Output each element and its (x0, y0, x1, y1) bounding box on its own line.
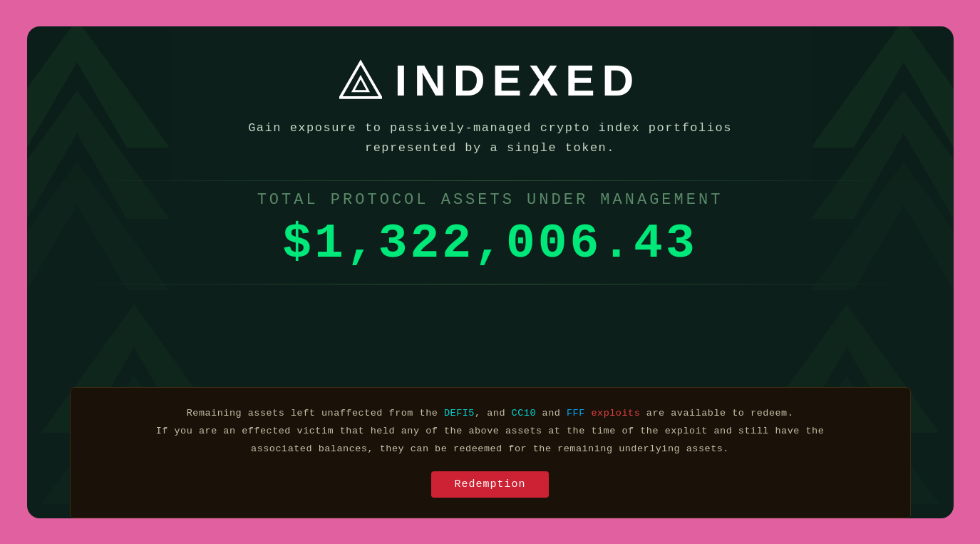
notice-mid2: and (536, 408, 567, 419)
cc10-link[interactable]: CC10 (512, 408, 536, 419)
redemption-button[interactable]: Redemption (431, 471, 548, 498)
notice-box: Remaining assets left unaffected from th… (70, 387, 911, 518)
notice-text: Remaining assets left unaffected from th… (99, 405, 882, 458)
exploits-link[interactable]: exploits (585, 408, 640, 419)
notice-line1-start: Remaining assets left unaffected from th… (187, 408, 444, 419)
aum-label: TOTAL PROTOCOL ASSETS UNDER MANAGEMENT (70, 191, 911, 209)
fff-link[interactable]: FFF (567, 408, 585, 419)
main-card: INDEXED Gain exposure to passively-manag… (27, 26, 954, 518)
notice-line3: associated balances, they can be redeeme… (251, 443, 729, 454)
subtitle: Gain exposure to passively-managed crypt… (248, 118, 732, 160)
aum-divider-bottom (70, 284, 911, 284)
notice-mid1: , and (475, 408, 512, 419)
logo-icon (339, 58, 382, 101)
app-title: INDEXED (395, 55, 641, 106)
aum-divider-top (70, 180, 911, 181)
logo-row: INDEXED (339, 55, 641, 106)
notice-line2: If you are an effected victim that held … (156, 426, 825, 436)
defi5-link[interactable]: DEFI5 (444, 408, 475, 419)
header-section: INDEXED Gain exposure to passively-manag… (70, 55, 911, 181)
aum-value: $1,322,006.43 (70, 216, 911, 271)
notice-line1-end: are available to redeem. (640, 408, 793, 419)
aum-section: TOTAL PROTOCOL ASSETS UNDER MANAGEMENT $… (70, 180, 911, 294)
